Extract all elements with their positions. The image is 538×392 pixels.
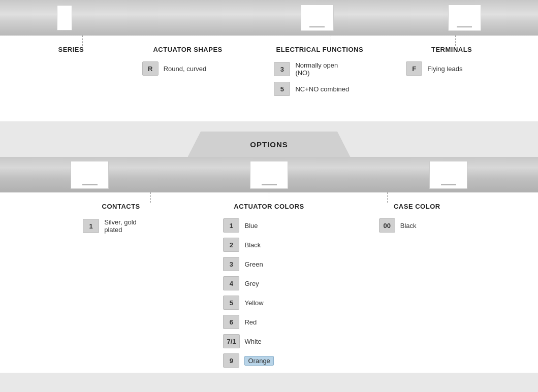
actuator-color-label-2: Black — [244, 241, 261, 249]
bottom-banner — [0, 157, 538, 192]
actuator-color-3: 3 Green — [223, 257, 263, 271]
series-banner-slot — [57, 5, 72, 30]
electrical-option-3: 3 Normally open(NO) — [274, 61, 338, 77]
series-dot-col — [37, 36, 128, 46]
actuator-shapes-header: ACTUATOR SHAPES — [142, 46, 234, 53]
slot-line — [262, 184, 277, 185]
slot-line — [309, 26, 325, 27]
terminals-column: TERMINALS F Flying leads — [406, 46, 497, 81]
actuator-color-label-6: Red — [244, 318, 257, 326]
actuator-shapes-column: ACTUATOR SHAPES R Round, curved — [142, 46, 234, 81]
bottom-columns: CONTACTS 1 Silver, goldplated ACTUATOR C… — [0, 203, 538, 373]
case-color-column: CASE COLOR 00 Black — [379, 203, 455, 238]
actuator-color-6: 6 Red — [223, 315, 257, 329]
contacts-banner-slot — [71, 161, 109, 189]
terminals-header: TERMINALS — [406, 46, 497, 53]
option-badge-f: F — [406, 61, 422, 76]
top-columns: SERIES ACTUATOR SHAPES R Round, curved E… — [0, 46, 538, 101]
slot-line — [457, 26, 472, 27]
electrical-banner-slot — [301, 5, 334, 31]
top-section: SERIES ACTUATOR SHAPES R Round, curved E… — [0, 36, 538, 121]
option-badge-3: 3 — [274, 62, 290, 76]
terminals-banner-slot — [448, 5, 481, 31]
contacts-header: CONTACTS — [83, 203, 159, 210]
bottom-section: CONTACTS 1 Silver, goldplated ACTUATOR C… — [0, 192, 538, 373]
options-trapezoid: OPTIONS — [188, 132, 351, 157]
terminals-option-f: F Flying leads — [406, 61, 462, 76]
actuator-color-badge-4: 4 — [223, 276, 239, 290]
contacts-column: CONTACTS 1 Silver, goldplated — [83, 203, 159, 239]
actuator-color-badge-71: 7/1 — [223, 334, 239, 348]
actuator-color-2: 2 Black — [223, 238, 261, 252]
actuator-colors-header: ACTUATOR COLORS — [223, 203, 314, 210]
series-header: SERIES — [41, 46, 102, 53]
contacts-badge-1: 1 — [83, 219, 99, 233]
option-label-f: Flying leads — [427, 65, 462, 73]
case-color-badge-00: 00 — [379, 218, 395, 233]
actuator-color-4: 4 Grey — [223, 276, 259, 290]
electrical-dot-col — [286, 36, 377, 46]
actuator-color-badge-2: 2 — [223, 238, 239, 252]
actuator-color-badge-1: 1 — [223, 218, 239, 233]
actuator-option-r: R Round, curved — [142, 61, 207, 76]
case-color-label-00: Black — [400, 222, 417, 230]
actuator-colors-dot-line — [269, 192, 269, 203]
actuator-color-1: 1 Blue — [223, 218, 258, 233]
electrical-dot-line — [331, 36, 331, 46]
case-color-banner-slot — [429, 161, 467, 189]
case-color-dot-line — [387, 192, 388, 203]
actuator-color-5: 5 Yellow — [223, 296, 263, 310]
terminals-dot-col — [410, 36, 501, 46]
electrical-option-5: 5 NC+NO combined — [274, 82, 349, 96]
actuator-dot-col — [161, 36, 252, 46]
actuator-color-label-4: Grey — [244, 280, 259, 287]
actuator-color-label-9: Orange — [244, 356, 273, 366]
option-badge-r: R — [142, 61, 159, 76]
actuator-color-9: 9 Orange — [223, 353, 273, 368]
case-color-00: 00 Black — [379, 218, 417, 233]
series-column: SERIES — [41, 46, 102, 61]
actuator-color-71: 7/1 White — [223, 334, 261, 348]
actuator-color-badge-6: 6 — [223, 315, 239, 329]
actuator-colors-dot-col — [224, 192, 315, 203]
contacts-dot-col — [105, 192, 197, 203]
terminals-dot-line — [455, 36, 456, 46]
actuator-color-label-3: Green — [244, 260, 263, 268]
option-label-3: Normally open(NO) — [295, 61, 338, 77]
slot-line — [82, 184, 98, 185]
actuator-color-label-1: Blue — [244, 222, 258, 230]
option-label-5: NC+NO combined — [295, 85, 349, 93]
series-dot-line — [82, 36, 83, 46]
actuator-colors-banner-slot — [250, 161, 288, 189]
actuator-color-label-71: White — [245, 338, 262, 345]
case-color-header: CASE COLOR — [379, 203, 455, 210]
electrical-functions-header: ELECTRICAL FUNCTIONS — [274, 46, 365, 53]
actuator-colors-column: ACTUATOR COLORS 1 Blue 2 Black 3 Green 4… — [223, 203, 314, 373]
contacts-option-1: 1 Silver, goldplated — [83, 218, 137, 234]
spacer-top — [0, 101, 538, 121]
actuator-color-badge-9: 9 — [223, 353, 239, 368]
slot-line — [441, 184, 456, 185]
options-label: OPTIONS — [250, 140, 288, 149]
contacts-label-1: Silver, goldplated — [104, 218, 137, 234]
actuator-color-badge-3: 3 — [223, 257, 239, 271]
actuator-color-badge-5: 5 — [223, 296, 239, 310]
case-color-dot-col — [342, 192, 433, 203]
options-banner-wrapper: OPTIONS — [0, 132, 538, 157]
option-label-r: Round, curved — [164, 65, 207, 73]
actuator-color-label-5: Yellow — [244, 299, 263, 307]
option-badge-5: 5 — [274, 82, 290, 96]
contacts-dot-line — [150, 192, 151, 203]
top-banner — [0, 0, 538, 36]
electrical-functions-column: ELECTRICAL FUNCTIONS 3 Normally open(NO)… — [274, 46, 365, 101]
